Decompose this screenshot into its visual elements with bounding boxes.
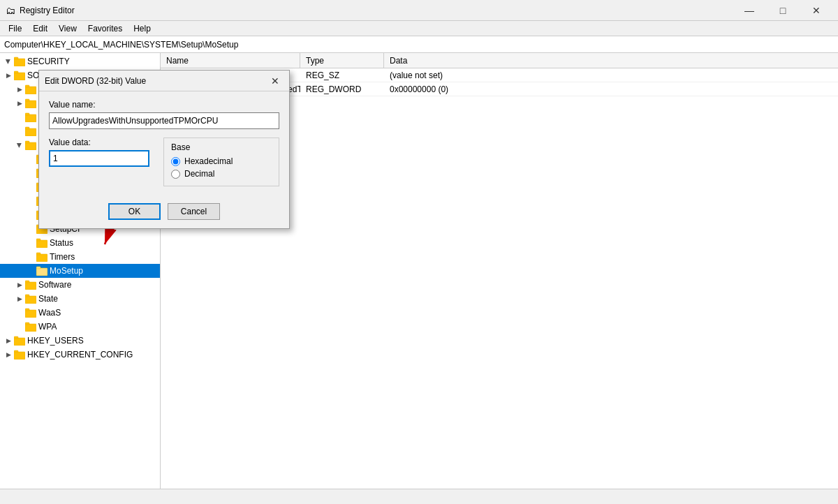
- tree-item-security[interactable]: ▶ SECURITY: [0, 54, 160, 68]
- tree-item-software2[interactable]: ▶ Software: [0, 278, 160, 292]
- tree-arrow-hkeycurrentconfig[interactable]: ▶: [3, 349, 14, 360]
- title-bar-left: 🗂 Registry Editor: [6, 5, 75, 16]
- svg-rect-42: [36, 254, 47, 262]
- tree-label-waas: WaaS: [38, 308, 61, 318]
- folder-icon-software: [14, 71, 25, 80]
- tree-item-timers[interactable]: Timers: [0, 250, 160, 264]
- address-bar: Computer\HKEY_LOCAL_MACHINE\SYSTEM\Setup…: [0, 36, 838, 53]
- col-name-header: Name: [161, 53, 300, 68]
- tree-label-status: Status: [50, 238, 73, 248]
- svg-rect-9: [25, 101, 36, 108]
- menu-item-edit[interactable]: Edit: [27, 22, 53, 35]
- detail-cell-type-0: REG_SZ: [300, 71, 384, 80]
- ok-button[interactable]: OK: [108, 203, 161, 220]
- folder-icon-hkeyusers: [14, 336, 25, 346]
- dialog-title: Edit DWORD (32-bit) Value: [45, 76, 146, 86]
- folder-icon-select: [25, 126, 36, 136]
- svg-rect-39: [36, 240, 47, 248]
- folder-icon-resourcemanager: [25, 84, 36, 94]
- svg-rect-44: [36, 253, 41, 255]
- folder-icon-software2: [25, 280, 36, 290]
- svg-rect-62: [14, 336, 18, 339]
- tree-arrow-software2[interactable]: ▶: [14, 279, 25, 290]
- maximize-button[interactable]: □: [767, 0, 799, 21]
- svg-rect-18: [25, 142, 36, 150]
- folder-icon-resourcepolicystore: [25, 98, 36, 108]
- value-name-label: Value name:: [49, 100, 279, 110]
- svg-rect-57: [25, 324, 36, 332]
- title-bar: 🗂 Registry Editor — □ ✕: [0, 0, 838, 21]
- close-button[interactable]: ✕: [800, 0, 832, 21]
- detail-cell-type-1: REG_DWORD: [300, 84, 384, 94]
- tree-arrow-security[interactable]: ▶: [3, 56, 14, 67]
- folder-icon-waas: [25, 308, 36, 318]
- tree-item-hkeyusers[interactable]: ▶ HKEY_USERS: [0, 334, 160, 348]
- minimize-button[interactable]: —: [733, 0, 765, 21]
- hex-radio-row: Hexadecimal: [171, 156, 272, 166]
- svg-rect-53: [25, 295, 29, 297]
- svg-rect-65: [14, 350, 18, 353]
- tree-arrow-resourcemanager[interactable]: ▶: [14, 84, 25, 95]
- dialog-buttons: OK Cancel: [49, 198, 279, 220]
- tree-arrow-setup[interactable]: ▶: [14, 140, 25, 151]
- menu-item-view[interactable]: View: [53, 22, 82, 35]
- detail-cell-data-0: (value not set): [384, 71, 838, 80]
- tree-label-wpa: WPA: [38, 322, 57, 332]
- dialog-close-button[interactable]: ✕: [267, 73, 284, 89]
- app-icon: 🗂: [6, 5, 15, 16]
- dec-label: Decimal: [184, 169, 214, 179]
- svg-rect-12: [25, 114, 36, 122]
- svg-rect-50: [25, 281, 29, 283]
- tree-arrow-software[interactable]: ▶: [3, 70, 14, 81]
- edit-dword-dialog[interactable]: Edit DWORD (32-bit) Value ✕ Value name: …: [38, 70, 290, 229]
- cancel-button[interactable]: Cancel: [168, 203, 220, 220]
- dialog-row: Value data: Base Hexadecimal Decimal: [49, 138, 279, 186]
- tree-item-state[interactable]: ▶ State: [0, 292, 160, 306]
- folder-icon-state: [25, 294, 36, 304]
- svg-rect-45: [36, 268, 47, 276]
- app-title: Registry Editor: [20, 6, 75, 15]
- svg-rect-14: [25, 113, 29, 115]
- svg-rect-56: [25, 309, 29, 311]
- folder-icon-mosetup: [36, 266, 47, 276]
- value-data-section: Value data:: [49, 138, 149, 167]
- status-bar: [0, 489, 838, 504]
- detail-cell-data-1: 0x00000000 (0): [384, 84, 838, 94]
- tree-arrow-state[interactable]: ▶: [14, 293, 25, 304]
- dec-radio-row: Decimal: [171, 169, 272, 179]
- svg-rect-20: [25, 141, 29, 143]
- tree-item-mosetup[interactable]: MoSetup: [0, 264, 160, 278]
- svg-rect-3: [14, 73, 25, 80]
- menu-item-file[interactable]: File: [3, 22, 27, 35]
- dec-radio[interactable]: [171, 170, 180, 179]
- tree-arrow-hkeyusers[interactable]: ▶: [3, 335, 14, 346]
- title-bar-controls: — □ ✕: [733, 0, 832, 21]
- hex-radio[interactable]: [171, 157, 180, 166]
- tree-arrow-resourcepolicystore[interactable]: ▶: [14, 98, 25, 109]
- tree-label-software2: Software: [38, 280, 71, 290]
- svg-rect-51: [25, 296, 36, 304]
- svg-rect-0: [14, 59, 25, 66]
- svg-rect-47: [36, 267, 41, 269]
- tree-item-wpa[interactable]: WPA: [0, 320, 160, 334]
- folder-icon-wpa: [25, 322, 36, 332]
- base-label: Base: [171, 142, 272, 152]
- detail-header: Name Type Data: [161, 53, 838, 68]
- folder-icon-setup: [25, 140, 36, 150]
- svg-rect-15: [25, 128, 36, 136]
- value-data-label: Value data:: [49, 138, 149, 147]
- svg-rect-48: [25, 282, 36, 290]
- folder-icon-status: [36, 238, 47, 248]
- tree-item-waas[interactable]: WaaS: [0, 306, 160, 320]
- dialog-body: Value name: Value data: Base Hexadecimal…: [39, 91, 289, 228]
- tree-label-security: SECURITY: [27, 57, 70, 66]
- value-data-input[interactable]: [49, 150, 149, 167]
- svg-rect-59: [25, 323, 29, 325]
- base-section: Base Hexadecimal Decimal: [163, 138, 279, 186]
- tree-label-mosetup: MoSetup: [50, 266, 83, 276]
- tree-item-status[interactable]: Status: [0, 236, 160, 250]
- tree-item-hkeycurrentconfig[interactable]: ▶ HKEY_CURRENT_CONFIG: [0, 348, 160, 362]
- menu-item-help[interactable]: Help: [128, 22, 156, 35]
- value-name-input[interactable]: [49, 112, 279, 129]
- menu-item-favorites[interactable]: Favorites: [82, 22, 128, 35]
